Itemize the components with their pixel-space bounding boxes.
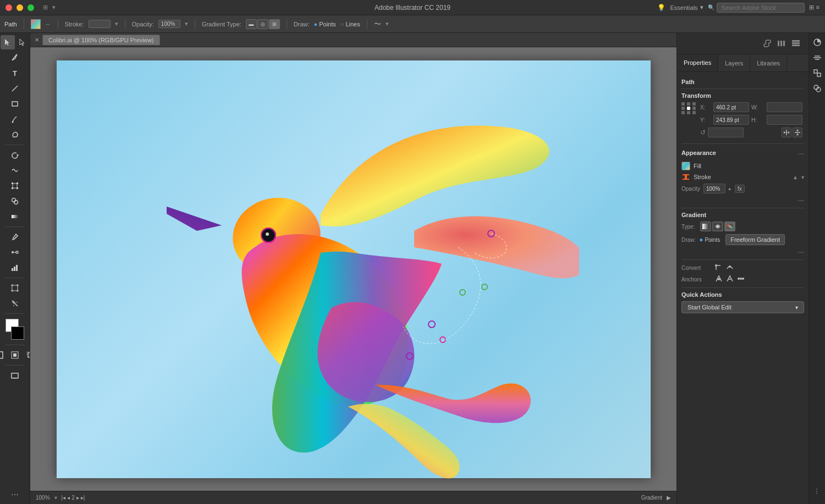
- search-adobe-input[interactable]: [717, 3, 805, 13]
- anchor-options-btn[interactable]: [737, 275, 745, 284]
- stroke-down-arrow[interactable]: ▾: [801, 174, 804, 180]
- flip-h-btn[interactable]: [782, 128, 791, 137]
- document-tab-active[interactable]: Colibri.ai @ 100% (RGB/GPU Preview): [42, 35, 160, 45]
- opacity-arrow[interactable]: ▸: [729, 186, 732, 192]
- blend-tool[interactable]: [8, 245, 22, 259]
- chart-tool[interactable]: [8, 261, 22, 275]
- rotate-tool[interactable]: [8, 148, 22, 162]
- radial-gradient-btn[interactable]: ◎: [257, 19, 268, 29]
- flip-v-btn[interactable]: [793, 128, 802, 137]
- points-radio-panel[interactable]: ● Points: [699, 236, 720, 243]
- anchor-tl[interactable]: [681, 102, 685, 106]
- eyedropper-tool[interactable]: [8, 230, 22, 244]
- tab-libraries[interactable]: Libraries: [750, 54, 787, 71]
- w-input[interactable]: [767, 102, 802, 112]
- gradient-tool[interactable]: [8, 209, 22, 224]
- pathfinder-panel-btn[interactable]: [811, 82, 823, 95]
- first-page-btn[interactable]: |◂: [62, 495, 66, 501]
- warp-dropdown[interactable]: ▾: [386, 20, 389, 27]
- normal-draw-btn[interactable]: [0, 348, 7, 362]
- blob-brush-tool[interactable]: [8, 128, 22, 142]
- add-anchor-btn[interactable]: [715, 275, 723, 284]
- window-layout-dropdown[interactable]: ▾: [52, 4, 56, 11]
- x-input[interactable]: [713, 102, 749, 112]
- free-transform-tool[interactable]: [8, 179, 22, 193]
- anchor-mc[interactable]: [687, 107, 690, 110]
- align-panel-btn[interactable]: [811, 52, 823, 64]
- freeform-type-btn[interactable]: [724, 221, 735, 231]
- shape-builder-tool[interactable]: [8, 194, 22, 208]
- linear-gradient-btn[interactable]: ▬: [246, 19, 257, 29]
- radial-type-btn[interactable]: [712, 221, 723, 231]
- anchor-tr[interactable]: [692, 102, 696, 106]
- stroke-value[interactable]: [89, 20, 111, 28]
- link-icon[interactable]: [761, 37, 773, 49]
- color-panel-btn[interactable]: [811, 36, 823, 48]
- slice-tool[interactable]: [8, 296, 22, 311]
- opacity-value[interactable]: [158, 20, 180, 28]
- anchor-bc[interactable]: [687, 111, 690, 114]
- arrange-icon[interactable]: ⊞: [809, 4, 814, 11]
- playback-btn[interactable]: ▶: [667, 495, 671, 501]
- rectangle-tool[interactable]: [8, 97, 22, 111]
- selection-tool[interactable]: [1, 35, 15, 49]
- next-page-btn[interactable]: ▸: [76, 495, 79, 501]
- maximize-button[interactable]: [28, 4, 34, 11]
- convert-smooth-btn[interactable]: [726, 263, 734, 273]
- gradient-three-dots[interactable]: ···: [798, 247, 804, 256]
- fx-button[interactable]: fx: [735, 185, 745, 193]
- tab-properties[interactable]: Properties: [677, 54, 718, 71]
- more-options-icon[interactable]: [790, 37, 802, 49]
- pen-tool[interactable]: [8, 51, 22, 65]
- appearance-more-btn[interactable]: ···: [798, 149, 804, 158]
- essentials-dropdown[interactable]: Essentials ▾: [670, 4, 703, 11]
- more-panels-btn[interactable]: ···: [811, 485, 823, 497]
- draw-inside-btn[interactable]: [8, 348, 22, 362]
- lines-radio[interactable]: ○ Lines: [340, 21, 360, 27]
- screen-mode-btn[interactable]: [8, 368, 22, 383]
- anchor-tc[interactable]: [687, 102, 690, 106]
- start-global-edit-btn[interactable]: Start Global Edit ▾: [681, 301, 804, 313]
- remove-anchor-btn[interactable]: [726, 275, 734, 284]
- transform-panel-btn[interactable]: [811, 67, 823, 79]
- fill-swatch[interactable]: [681, 162, 690, 170]
- opacity-dropdown[interactable]: ▾: [185, 20, 188, 27]
- warp-tool[interactable]: [8, 163, 22, 178]
- more-tools-btn[interactable]: ···: [11, 490, 18, 502]
- search-bar[interactable]: 🔍: [708, 3, 805, 13]
- y-input[interactable]: [713, 115, 749, 125]
- close-button[interactable]: [6, 4, 12, 11]
- anchor-ml[interactable]: [681, 107, 685, 110]
- appearance-three-dots[interactable]: ···: [798, 196, 804, 204]
- canvas-wrapper[interactable]: [30, 47, 676, 491]
- tab-layers[interactable]: Layers: [718, 54, 750, 71]
- opacity-input[interactable]: [703, 184, 725, 193]
- freeform-gradient-btn[interactable]: ⊞: [269, 19, 280, 29]
- type-tool[interactable]: T: [8, 66, 22, 80]
- stroke-dropdown[interactable]: ▾: [115, 20, 118, 27]
- linear-type-btn[interactable]: [700, 221, 711, 231]
- anchor-br[interactable]: [692, 111, 696, 114]
- zoom-dropdown[interactable]: ▾: [54, 495, 57, 501]
- last-page-btn[interactable]: ▸|: [81, 495, 85, 501]
- rotate-input[interactable]: [708, 128, 744, 137]
- line-segment-tool[interactable]: [8, 81, 22, 96]
- draw-behind-btn[interactable]: [23, 348, 30, 362]
- points-radio[interactable]: ● Points: [314, 21, 336, 27]
- artboard-tool[interactable]: [8, 281, 22, 295]
- h-input[interactable]: [767, 115, 802, 125]
- stroke-icon: [681, 173, 690, 181]
- distribute-icon[interactable]: [776, 37, 788, 49]
- prev-page-btn[interactable]: ◂: [67, 495, 70, 501]
- workspace-icon[interactable]: ≡: [816, 4, 820, 11]
- direct-selection-tool[interactable]: [15, 35, 30, 49]
- stroke-color-chip[interactable]: [31, 19, 41, 29]
- convert-corner-btn[interactable]: [715, 263, 723, 273]
- paintbrush-tool[interactable]: [8, 112, 22, 126]
- minimize-button[interactable]: [16, 4, 23, 11]
- anchor-mr[interactable]: [692, 107, 696, 110]
- anchor-bl[interactable]: [681, 111, 685, 114]
- close-tab-icon[interactable]: ✕: [35, 37, 39, 43]
- background-color[interactable]: [11, 326, 24, 340]
- stroke-up-arrow[interactable]: ▲: [793, 174, 798, 180]
